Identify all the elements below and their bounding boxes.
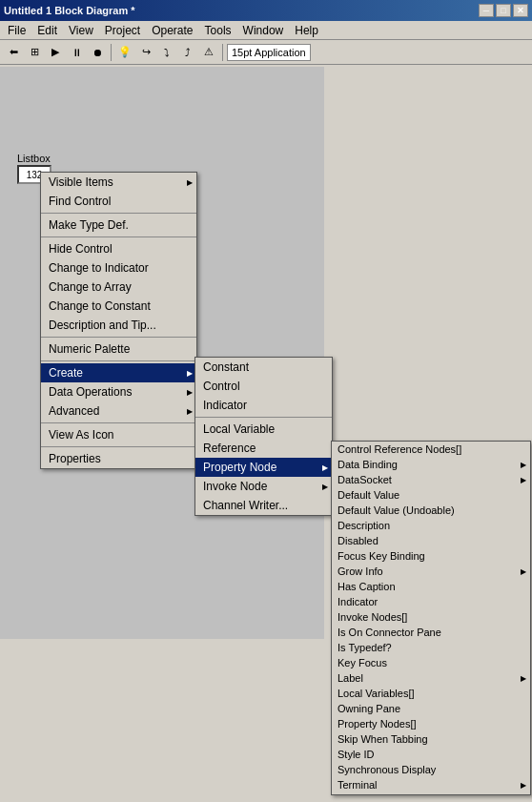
title-bar: Untitled 1 Block Diagram * ─ □ ✕: [0, 0, 532, 21]
prop-label[interactable]: Label ▶: [332, 670, 530, 686]
ctx-create[interactable]: Create ▶: [41, 363, 196, 382]
prop-default-value[interactable]: Default Value: [332, 487, 530, 503]
ctx-control[interactable]: Control: [195, 377, 332, 396]
ctx-numeric-palette[interactable]: Numeric Palette: [41, 339, 196, 359]
ctx-change-constant[interactable]: Change to Constant: [41, 297, 196, 316]
prop-skip-tabbing[interactable]: Skip When Tabbing: [332, 731, 530, 747]
prop-indicator[interactable]: Indicator: [332, 594, 530, 609]
arrow-grow-info: ▶: [521, 567, 526, 576]
run-icon[interactable]: ▶: [46, 43, 65, 62]
abort-icon[interactable]: ⏺: [88, 43, 107, 62]
prop-key-focus[interactable]: Key Focus: [332, 655, 530, 670]
prop-is-typedef[interactable]: Is Typedef?: [332, 640, 530, 655]
arrow-icon-advanced: ▶: [187, 407, 193, 416]
ctx-data-operations[interactable]: Data Operations ▶: [41, 382, 196, 401]
menu-view[interactable]: View: [63, 22, 99, 39]
ctx-property-node[interactable]: Property Node ▶: [195, 458, 332, 477]
prop-local-vars[interactable]: Local Variables[]: [332, 686, 530, 701]
highlight-icon[interactable]: 💡: [115, 43, 134, 62]
ctx-change-array[interactable]: Change to Array: [41, 278, 196, 297]
menu-operate[interactable]: Operate: [146, 22, 198, 39]
arrow-icon: ▶: [187, 178, 193, 187]
ctx-constant[interactable]: Constant: [195, 358, 332, 377]
ctx-description-tip[interactable]: Description and Tip...: [41, 316, 196, 335]
ctx-make-type-def[interactable]: Make Type Def.: [41, 216, 196, 235]
property-list: Control Reference Nodes[] Data Binding ▶…: [332, 442, 530, 794]
ctx-sep-1: [41, 213, 196, 214]
menu-bar: File Edit View Project Operate Tools Win…: [0, 21, 532, 40]
arrow-icon-create: ▶: [187, 369, 193, 378]
context-menu-1: Visible Items ▶ Find Control Make Type D…: [40, 172, 197, 469]
menu-project[interactable]: Project: [99, 22, 146, 39]
prop-default-value-undoable[interactable]: Default Value (Undoable): [332, 503, 530, 518]
prop-property-nodes[interactable]: Property Nodes[]: [332, 716, 530, 731]
arrow-icon-data-ops: ▶: [187, 388, 193, 397]
ctx-view-as-icon[interactable]: View As Icon: [41, 425, 196, 444]
prop-data-binding[interactable]: Data Binding ▶: [332, 457, 530, 472]
menu-tools[interactable]: Tools: [199, 22, 237, 39]
ctx-sep-5: [41, 422, 196, 423]
menu-window[interactable]: Window: [237, 22, 290, 39]
arrow-label: ▶: [521, 674, 526, 683]
prop-grow-info[interactable]: Grow Info ▶: [332, 564, 530, 579]
ctx-visible-items[interactable]: Visible Items ▶: [41, 173, 196, 192]
ctx-sep-c1: [195, 417, 332, 418]
ctx-sep-4: [41, 360, 196, 361]
arrow-datasocket: ▶: [521, 476, 526, 484]
listbox-label: Listbox: [17, 153, 51, 164]
ctx-indicator[interactable]: Indicator: [195, 396, 332, 415]
prop-control-ref[interactable]: Control Reference Nodes[]: [332, 442, 530, 457]
ctx-find-control[interactable]: Find Control: [41, 192, 196, 211]
back-icon[interactable]: ⬅: [4, 43, 23, 62]
step-over-icon[interactable]: ↪: [136, 43, 155, 62]
ctx-sep-2: [41, 236, 196, 237]
prop-owning-pane[interactable]: Owning Pane: [332, 701, 530, 716]
ctx-advanced[interactable]: Advanced ▶: [41, 401, 196, 421]
menu-help[interactable]: Help: [289, 22, 324, 39]
context-menu-2: Constant Control Indicator Local Variabl…: [194, 357, 333, 516]
ctx-sep-3: [41, 337, 196, 338]
prop-is-on-connector[interactable]: Is On Connector Pane: [332, 625, 530, 640]
menu-edit[interactable]: Edit: [31, 22, 63, 39]
menu-file[interactable]: File: [2, 22, 31, 39]
close-button[interactable]: ✕: [513, 4, 528, 17]
toolbar: ⬅ ⊞ ▶ ⏸ ⏺ 💡 ↪ ⤵ ⤴ ⚠ 15pt Application: [0, 40, 532, 65]
toolbar-separator-2: [222, 44, 223, 61]
prop-sync-display[interactable]: Synchronous Display: [332, 762, 530, 777]
prop-terminal[interactable]: Terminal ▶: [332, 777, 530, 792]
title-text: Untitled 1 Block Diagram *: [4, 5, 479, 16]
ctx-channel-writer[interactable]: Channel Writer...: [195, 496, 332, 515]
step-into-icon[interactable]: ⤵: [157, 43, 176, 62]
pause-icon[interactable]: ⏸: [67, 43, 86, 62]
ctx-invoke-node[interactable]: Invoke Node ▶: [195, 477, 332, 496]
ctx-local-variable[interactable]: Local Variable: [195, 420, 332, 439]
maximize-button[interactable]: □: [496, 4, 511, 17]
arrow-icon-prop: ▶: [322, 463, 328, 472]
ctx-sep-6: [41, 446, 196, 447]
step-out-icon[interactable]: ⤴: [178, 43, 197, 62]
toolbar-separator-1: [111, 44, 112, 61]
prop-focus-key-binding[interactable]: Focus Key Binding: [332, 548, 530, 564]
arrow-terminal: ▶: [521, 781, 526, 790]
font-dropdown[interactable]: 15pt Application: [227, 44, 311, 61]
prop-datasocket[interactable]: DataSocket ▶: [332, 472, 530, 487]
arrow-data-binding: ▶: [521, 461, 526, 469]
ctx-properties[interactable]: Properties: [41, 449, 196, 468]
minimize-button[interactable]: ─: [479, 4, 494, 17]
prop-description[interactable]: Description: [332, 518, 530, 533]
prop-has-caption[interactable]: Has Caption: [332, 579, 530, 594]
prop-disabled[interactable]: Disabled: [332, 533, 530, 548]
prop-style-id[interactable]: Style ID: [332, 747, 530, 762]
ctx-hide-control[interactable]: Hide Control: [41, 239, 196, 258]
warn-icon[interactable]: ⚠: [199, 43, 218, 62]
arrow-icon-invoke: ▶: [322, 483, 328, 491]
window-controls[interactable]: ─ □ ✕: [479, 4, 528, 17]
prop-invoke-nodes[interactable]: Invoke Nodes[]: [332, 609, 530, 625]
ctx-change-indicator[interactable]: Change to Indicator: [41, 258, 196, 278]
context-menu-3: Control Reference Nodes[] Data Binding ▶…: [331, 441, 531, 795]
diagram-icon[interactable]: ⊞: [25, 43, 44, 62]
ctx-reference[interactable]: Reference: [195, 439, 332, 458]
prop-tip-strip[interactable]: Tip Strip: [332, 792, 530, 794]
